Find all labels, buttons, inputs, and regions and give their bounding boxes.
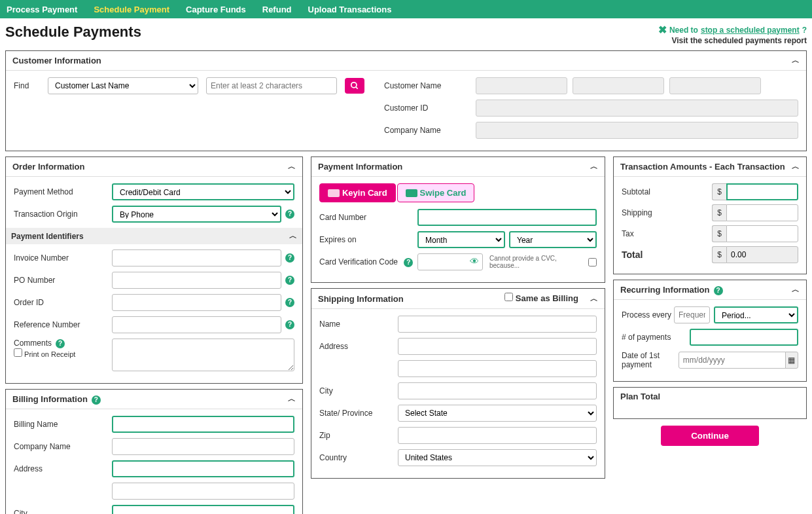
- help-icon[interactable]: ?: [285, 210, 294, 219]
- exp-year-select[interactable]: Year: [509, 231, 597, 248]
- find-by-select[interactable]: Customer Last Name: [48, 77, 198, 94]
- help-icon[interactable]: ?: [92, 395, 101, 405]
- amounts-header[interactable]: Transaction Amounts - Each Transaction ︿: [614, 157, 806, 177]
- shipping-info-header[interactable]: Shipping Information Same as Billing ︿: [311, 289, 605, 309]
- ship-address2-input[interactable]: [398, 360, 597, 377]
- shipping-info-panel: Shipping Information Same as Billing ︿ N…: [311, 288, 605, 479]
- currency-icon: $: [712, 183, 726, 200]
- period-select[interactable]: Period...: [714, 306, 798, 323]
- help-icon[interactable]: ?: [285, 298, 294, 307]
- exp-month-select[interactable]: Month: [417, 231, 505, 248]
- eye-icon[interactable]: 👁: [470, 256, 479, 266]
- payments-input[interactable]: [690, 329, 798, 346]
- origin-select[interactable]: By Phone: [112, 206, 281, 223]
- help-icon[interactable]: ?: [714, 286, 723, 295]
- plan-total-header[interactable]: Plan Total: [614, 388, 806, 405]
- calendar-button[interactable]: ▦: [785, 352, 798, 369]
- payment-method-label: Payment Method: [14, 187, 112, 196]
- billing-company-input[interactable]: [112, 438, 294, 455]
- ship-state-select[interactable]: Select State: [398, 405, 597, 422]
- nav-process-payment[interactable]: Process Payment: [7, 5, 77, 14]
- shipping-input[interactable]: [726, 204, 798, 221]
- currency-icon: $: [712, 246, 726, 263]
- currency-icon: $: [712, 225, 726, 242]
- help-icon[interactable]: ?: [404, 258, 413, 267]
- billing-city-label: City: [14, 509, 112, 514]
- payment-info-header[interactable]: Payment Information ︿: [311, 157, 605, 177]
- ship-address1-input[interactable]: [398, 338, 597, 355]
- card-icon: [328, 189, 340, 197]
- help-icon[interactable]: ?: [56, 339, 65, 348]
- chevron-up-icon: ︿: [792, 161, 800, 172]
- subtotal-label: Subtotal: [622, 187, 712, 196]
- print-checkbox[interactable]: [14, 348, 22, 357]
- company-name-label: Company Name: [384, 126, 476, 135]
- order-info-header[interactable]: Order Information ︿: [6, 157, 302, 177]
- po-input[interactable]: [112, 272, 281, 289]
- nav-refund[interactable]: Refund: [262, 5, 292, 14]
- payment-ids-header[interactable]: Payment Identifiers ︿: [6, 228, 302, 244]
- orderid-input[interactable]: [112, 294, 281, 311]
- ref-input[interactable]: [112, 316, 281, 333]
- cvc-label: Card Verification Code ?: [319, 257, 417, 267]
- billing-city-input[interactable]: [112, 505, 294, 514]
- help-icon[interactable]: ?: [285, 320, 294, 329]
- billing-address2-input[interactable]: [112, 483, 294, 500]
- total-label: Total: [622, 249, 712, 260]
- ship-name-label: Name: [319, 320, 398, 329]
- order-info-panel: Order Information ︿ Payment Method Credi…: [5, 156, 303, 384]
- subtotal-input[interactable]: [726, 183, 798, 200]
- stop-payment-hint: ✖ Need to stop a scheduled payment ? Vis…: [658, 24, 807, 45]
- help-icon[interactable]: ?: [285, 253, 294, 263]
- cvc-hint: Cannot provide a CVC, because...: [483, 255, 588, 269]
- find-label: Find: [14, 81, 40, 90]
- currency-icon: $: [712, 204, 726, 221]
- payment-info-title: Payment Information: [318, 162, 402, 172]
- cvc-na-checkbox[interactable]: [588, 258, 597, 266]
- comments-textarea[interactable]: [112, 339, 294, 371]
- stop-link[interactable]: stop a scheduled payment: [701, 26, 800, 35]
- top-nav: Process Payment Schedule Payment Capture…: [0, 0, 812, 18]
- ship-name-input[interactable]: [398, 316, 597, 333]
- ship-zip-input[interactable]: [398, 427, 597, 444]
- billing-name-input[interactable]: [112, 416, 294, 433]
- search-button[interactable]: [345, 78, 364, 94]
- nav-schedule-payment[interactable]: Schedule Payment: [94, 5, 169, 14]
- billing-info-header[interactable]: Billing Information? ︿: [6, 390, 302, 409]
- tab-swipe-card[interactable]: Swipe Card: [397, 183, 475, 202]
- payment-method-select[interactable]: Credit/Debit Card: [112, 183, 294, 200]
- customer-id-label: Customer ID: [384, 103, 476, 113]
- comments-label: Comments? Print on Receipt: [14, 339, 112, 359]
- first-date-input[interactable]: [679, 352, 786, 369]
- ship-city-input[interactable]: [398, 382, 597, 399]
- help-icon[interactable]: ?: [285, 276, 294, 285]
- po-label: PO Number: [14, 276, 112, 285]
- page-title: Schedule Payments: [5, 24, 141, 41]
- chevron-up-icon: ︿: [289, 230, 297, 242]
- payments-label: # of payments: [622, 333, 690, 342]
- tab-keyin-card[interactable]: Keyin Card: [319, 183, 396, 202]
- billing-info-title: Billing Information: [12, 394, 88, 404]
- total-field: [726, 246, 798, 263]
- same-as-billing-checkbox[interactable]: [504, 293, 513, 301]
- ship-country-select[interactable]: United States: [398, 449, 597, 466]
- invoice-input[interactable]: [112, 249, 281, 266]
- recurring-header[interactable]: Recurring Information? ︿: [614, 280, 806, 300]
- chevron-up-icon: ︿: [288, 394, 296, 405]
- card-number-input[interactable]: [417, 209, 597, 226]
- customer-info-header[interactable]: Customer Information ︿: [6, 51, 806, 71]
- billing-address1-input[interactable]: [112, 460, 294, 477]
- process-label: Process every: [622, 310, 674, 320]
- billing-info-panel: Billing Information? ︿ Billing Name Comp…: [5, 389, 303, 514]
- find-input[interactable]: [206, 77, 337, 94]
- nav-capture-funds[interactable]: Capture Funds: [186, 5, 246, 14]
- frequency-input[interactable]: [674, 306, 710, 323]
- tax-input[interactable]: [726, 225, 798, 242]
- nav-upload-transactions[interactable]: Upload Transactions: [308, 5, 392, 14]
- continue-button[interactable]: Continue: [661, 426, 759, 446]
- svg-line-1: [356, 87, 358, 89]
- plan-total-panel: Plan Total: [613, 387, 807, 419]
- close-icon: ✖: [658, 24, 667, 36]
- chevron-up-icon: ︿: [792, 55, 800, 66]
- billing-address-label: Address: [14, 464, 112, 473]
